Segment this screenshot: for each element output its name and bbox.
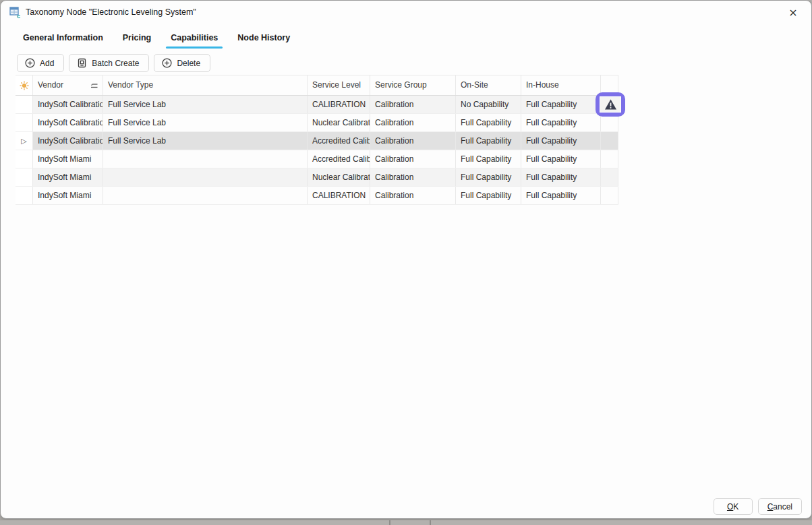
- warning-icon: [600, 96, 621, 113]
- row-indicator-cell: ▷: [16, 132, 33, 150]
- table-row[interactable]: IndySoft Miami Accredited Calibration Ca…: [16, 150, 618, 168]
- cell-vendor-type: Full Service Lab: [103, 132, 308, 150]
- cell-in-house: Full Capability: [521, 168, 601, 186]
- row-indicator-cell: [16, 168, 33, 186]
- cell-status: [601, 150, 618, 168]
- dialog-footer: OK Cancel: [714, 498, 802, 515]
- table-row[interactable]: IndySoft Miami Nuclear Calibration Calib…: [16, 168, 618, 187]
- circle-plus-icon: [25, 58, 35, 68]
- capabilities-grid: Vendor Vendor Type Service Level Service…: [16, 75, 618, 205]
- tab-pricing[interactable]: Pricing: [123, 33, 151, 49]
- column-header-service-level[interactable]: Service Level: [308, 75, 370, 95]
- cell-service-level: CALIBRATION: [308, 187, 370, 204]
- cell-on-site: Full Capability: [456, 187, 521, 204]
- cell-service-group: Calibration: [370, 132, 456, 150]
- sun-icon: [20, 81, 29, 90]
- divider: [389, 520, 390, 525]
- batch-create-button[interactable]: Batch Create: [69, 54, 149, 72]
- grid-flag-column-header[interactable]: [16, 75, 33, 95]
- cell-vendor: IndySoft Calibration: [33, 114, 103, 131]
- cell-service-group: Calibration: [370, 168, 456, 186]
- tab-general-information[interactable]: General Information: [23, 33, 103, 49]
- table-row[interactable]: IndySoft Miami CALIBRATION Calibration F…: [16, 187, 618, 205]
- cell-service-level: Nuclear Calibration: [308, 168, 370, 186]
- column-header-vendor[interactable]: Vendor: [33, 75, 103, 95]
- taxonomy-node-dialog: c Taxonomy Node "Electronic Leveling Sys…: [0, 0, 812, 519]
- delete-button[interactable]: Delete: [154, 54, 210, 72]
- cell-vendor: IndySoft Miami: [33, 168, 103, 186]
- document-icon: [77, 58, 87, 68]
- tab-node-history[interactable]: Node History: [237, 33, 290, 49]
- svg-text:c: c: [17, 13, 20, 18]
- cell-service-level: Accredited Calibration: [308, 150, 370, 168]
- cell-on-site: Full Capability: [456, 132, 521, 150]
- cell-in-house: Full Capability: [521, 132, 601, 150]
- cell-vendor-type: [103, 168, 308, 186]
- cell-service-group: Calibration: [370, 96, 456, 113]
- row-indicator-cell: [16, 96, 33, 113]
- divider: [430, 520, 431, 525]
- cell-service-group: Calibration: [370, 150, 456, 168]
- cell-service-level: Accredited Calibration: [308, 132, 370, 150]
- cell-vendor-type: [103, 150, 308, 168]
- add-button[interactable]: Add: [17, 54, 64, 72]
- cell-vendor-type: Full Service Lab: [103, 96, 308, 113]
- cancel-button[interactable]: Cancel: [758, 498, 802, 515]
- column-header-on-site[interactable]: On-Site: [456, 75, 521, 95]
- column-header-in-house[interactable]: In-House: [521, 75, 601, 95]
- row-indicator-cell: [16, 187, 33, 204]
- cell-in-house: Full Capability: [521, 96, 601, 113]
- cell-vendor: IndySoft Miami: [33, 187, 103, 204]
- titlebar: c Taxonomy Node "Electronic Leveling Sys…: [1, 1, 811, 25]
- cell-on-site: Full Capability: [456, 168, 521, 186]
- app-icon: c: [9, 7, 21, 18]
- delete-button-label: Delete: [177, 59, 200, 68]
- tab-capabilities[interactable]: Capabilities: [171, 33, 218, 49]
- toolbar: Add Batch Create Delete: [17, 54, 210, 72]
- add-button-label: Add: [40, 59, 54, 68]
- cell-service-group: Calibration: [370, 114, 456, 131]
- cell-service-level: CALIBRATION: [308, 96, 370, 113]
- tab-bar: General Information Pricing Capabilities…: [23, 33, 290, 49]
- ok-button[interactable]: OK: [714, 498, 753, 515]
- close-icon[interactable]: ×: [784, 5, 802, 21]
- column-header-vendor-type[interactable]: Vendor Type: [103, 75, 308, 95]
- row-indicator-cell: [16, 114, 33, 131]
- warning-status-button[interactable]: [596, 92, 625, 117]
- cell-vendor-type: [103, 187, 308, 204]
- cell-vendor: IndySoft Calibration: [33, 96, 103, 113]
- table-row[interactable]: IndySoft Calibration Full Service Lab Nu…: [16, 114, 618, 132]
- row-indicator-cell: [16, 150, 33, 168]
- cell-in-house: Full Capability: [521, 187, 601, 204]
- cell-on-site: No Capability: [456, 96, 521, 113]
- cell-in-house: Full Capability: [521, 114, 601, 131]
- cell-on-site: Full Capability: [456, 150, 521, 168]
- current-row-indicator-icon: ▷: [16, 132, 32, 150]
- cell-service-group: Calibration: [370, 187, 456, 204]
- table-row[interactable]: IndySoft Calibration Full Service Lab CA…: [16, 96, 618, 114]
- column-header-service-group[interactable]: Service Group: [370, 75, 456, 95]
- cell-in-house: Full Capability: [521, 150, 601, 168]
- cell-status: [601, 132, 618, 150]
- dialog-title: Taxonomy Node "Electronic Leveling Syste…: [26, 7, 196, 17]
- cell-status: [601, 168, 618, 186]
- table-row-selected[interactable]: ▷ IndySoft Calibration Full Service Lab …: [16, 132, 618, 150]
- cell-vendor-type: Full Service Lab: [103, 114, 308, 131]
- batch-create-button-label: Batch Create: [92, 59, 139, 68]
- sort-icon: [90, 82, 98, 89]
- grid-header-row: Vendor Vendor Type Service Level Service…: [16, 75, 618, 96]
- circle-plus-icon: [162, 58, 172, 68]
- cell-vendor: IndySoft Calibration: [33, 132, 103, 150]
- cell-vendor: IndySoft Miami: [33, 150, 103, 168]
- background-window-edge: [0, 520, 812, 525]
- cell-status: [601, 187, 618, 204]
- cell-on-site: Full Capability: [456, 114, 521, 131]
- cell-service-level: Nuclear Calibration: [308, 114, 370, 131]
